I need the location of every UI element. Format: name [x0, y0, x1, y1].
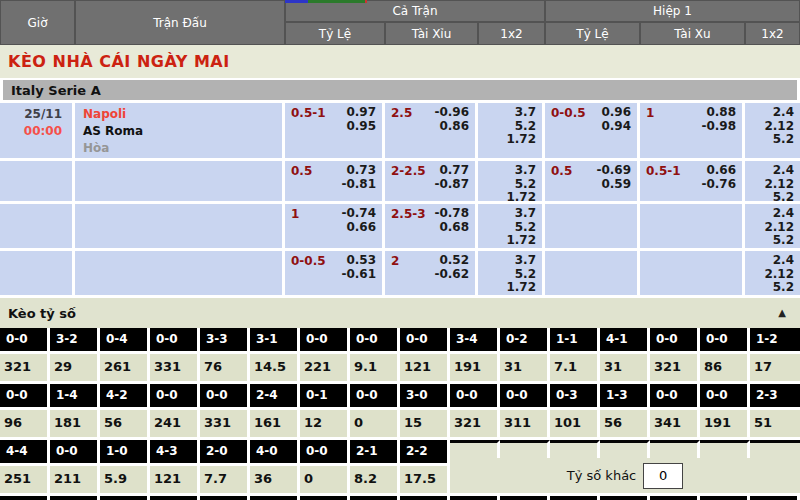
odds-value[interactable]: 0.73	[341, 164, 376, 178]
odds-cell-ft-1x2[interactable]: 3.75.21.72	[478, 204, 545, 251]
odds-cell-ft-handicap[interactable]: 1-0.740.66	[285, 204, 385, 251]
odds-cell-h1-1x2[interactable]: 2.42.125.2	[745, 204, 800, 251]
odds-value[interactable]: -0.76	[701, 178, 736, 192]
score-odds[interactable]: 311	[500, 410, 550, 440]
odds-value[interactable]: 5.2	[745, 191, 794, 204]
odds-cell-h1-overunder[interactable]: 0.5-10.66-0.76	[640, 161, 745, 204]
odds-value[interactable]: -0.81	[341, 178, 376, 192]
score-odds[interactable]: 96	[0, 410, 50, 440]
odds-cell-h1-handicap[interactable]: 0.5-0.690.59	[545, 161, 640, 204]
score-odds[interactable]: 12	[300, 410, 350, 440]
score-odds[interactable]: 121	[150, 466, 200, 496]
odds-cell-ft-handicap[interactable]: 0.50.73-0.81	[285, 161, 385, 204]
odds-value[interactable]: 0.77	[434, 164, 469, 178]
odds-value[interactable]: 0.88	[701, 106, 736, 120]
odds-value[interactable]: -0.78	[434, 207, 469, 221]
odds-value[interactable]: 1.72	[478, 133, 536, 147]
odds-cell-ft-1x2[interactable]: 3.75.21.72	[478, 103, 545, 161]
score-odds[interactable]: 221	[300, 354, 350, 384]
odds-value[interactable]: -0.96	[434, 106, 469, 120]
score-odds[interactable]: 181	[50, 410, 100, 440]
odds-value[interactable]: 5.2	[478, 268, 536, 282]
odds-value[interactable]: 0.97	[346, 106, 376, 120]
score-odds[interactable]: 211	[50, 466, 100, 496]
odds-cell-ft-overunder[interactable]: 2-2.50.77-0.87	[385, 161, 478, 204]
odds-cell-h1-overunder[interactable]: 10.88-0.98	[640, 103, 745, 161]
score-odds[interactable]: 261	[100, 354, 150, 384]
odds-value[interactable]: 2.4	[745, 164, 794, 178]
odds-cell-ft-overunder[interactable]: 2.5-3-0.780.68	[385, 204, 478, 251]
odds-value[interactable]: 0.53	[341, 254, 376, 268]
odds-cell-ft-handicap[interactable]: 0-0.50.53-0.61	[285, 251, 385, 298]
odds-value[interactable]: -0.61	[341, 268, 376, 282]
odds-value[interactable]: 5.2	[478, 120, 536, 134]
odds-value[interactable]: 1.72	[478, 191, 536, 204]
score-odds[interactable]: 9.1	[350, 354, 400, 384]
score-odds[interactable]: 321	[650, 354, 700, 384]
odds-value[interactable]: 0.66	[701, 164, 736, 178]
score-odds[interactable]: 7.1	[550, 354, 600, 384]
odds-value[interactable]: 2.4	[745, 254, 794, 268]
odds-cell-h1-1x2[interactable]: 2.42.125.2	[745, 251, 800, 298]
score-odds[interactable]: 0	[350, 410, 400, 440]
score-odds[interactable]: 251	[0, 466, 50, 496]
odds-value[interactable]: 0.96	[601, 106, 631, 120]
odds-value[interactable]: 5.2	[478, 178, 536, 192]
score-odds[interactable]: 331	[150, 354, 200, 384]
score-odds[interactable]: 0	[300, 466, 350, 496]
score-odds[interactable]: 101	[550, 410, 600, 440]
odds-value[interactable]: 0.94	[601, 120, 631, 134]
odds-value[interactable]: 5.2	[745, 133, 794, 147]
score-odds[interactable]: 191	[700, 410, 750, 440]
odds-value[interactable]: -0.62	[434, 268, 469, 282]
score-odds[interactable]: 241	[150, 410, 200, 440]
odds-value[interactable]: 0.66	[341, 221, 376, 235]
odds-value[interactable]: 5.2	[745, 281, 794, 295]
odds-value[interactable]: -0.87	[434, 178, 469, 192]
score-odds[interactable]: 191	[450, 354, 500, 384]
score-odds[interactable]: 51	[750, 410, 800, 440]
odds-cell-ft-handicap[interactable]: 0.5-10.970.95	[285, 103, 385, 161]
odds-value[interactable]: -0.98	[701, 120, 736, 134]
odds-value[interactable]: 2.4	[745, 207, 794, 221]
score-odds[interactable]: 76	[200, 354, 250, 384]
score-odds[interactable]: 121	[400, 354, 450, 384]
odds-value[interactable]: 3.7	[478, 106, 536, 120]
odds-value[interactable]: 1.72	[478, 281, 536, 295]
odds-value[interactable]: 1.72	[478, 234, 536, 248]
score-odds[interactable]: 321	[0, 354, 50, 384]
odds-value[interactable]: 3.7	[478, 207, 536, 221]
odds-value[interactable]: 0.59	[596, 178, 631, 192]
score-odds[interactable]: 8.2	[350, 466, 400, 496]
score-odds[interactable]: 7.7	[200, 466, 250, 496]
score-odds[interactable]: 341	[650, 410, 700, 440]
score-odds[interactable]: 5.9	[100, 466, 150, 496]
score-odds[interactable]: 17.5	[400, 466, 450, 496]
odds-cell-ft-1x2[interactable]: 3.75.21.72	[478, 161, 545, 204]
odds-value[interactable]: 3.7	[478, 254, 536, 268]
score-odds[interactable]: 15	[400, 410, 450, 440]
odds-value[interactable]: 5.2	[745, 234, 794, 248]
odds-value[interactable]: -0.74	[341, 207, 376, 221]
odds-value[interactable]: 0.95	[346, 120, 376, 134]
score-odds[interactable]: 29	[50, 354, 100, 384]
score-odds[interactable]: 31	[600, 354, 650, 384]
odds-value[interactable]: 2.4	[745, 106, 794, 120]
odds-cell-ft-overunder[interactable]: 2.5-0.960.86	[385, 103, 478, 161]
odds-value[interactable]: 0.86	[434, 120, 469, 134]
score-odds[interactable]: 56	[100, 410, 150, 440]
collapse-arrow-icon[interactable]: ▲	[778, 308, 786, 318]
odds-value[interactable]: 2.12	[745, 221, 794, 235]
odds-cell-h1-1x2[interactable]: 2.42.125.2	[745, 103, 800, 161]
odds-value[interactable]: 0.52	[434, 254, 469, 268]
score-odds[interactable]: 14.5	[250, 354, 300, 384]
score-odds[interactable]: 321	[450, 410, 500, 440]
odds-value[interactable]: -0.69	[596, 164, 631, 178]
odds-value[interactable]: 3.7	[478, 164, 536, 178]
odds-value[interactable]: 2.12	[745, 120, 794, 134]
score-odds[interactable]: 36	[250, 466, 300, 496]
score-odds[interactable]: 331	[200, 410, 250, 440]
score-odds[interactable]: 31	[500, 354, 550, 384]
score-odds[interactable]: 86	[700, 354, 750, 384]
odds-value[interactable]: 5.2	[478, 221, 536, 235]
